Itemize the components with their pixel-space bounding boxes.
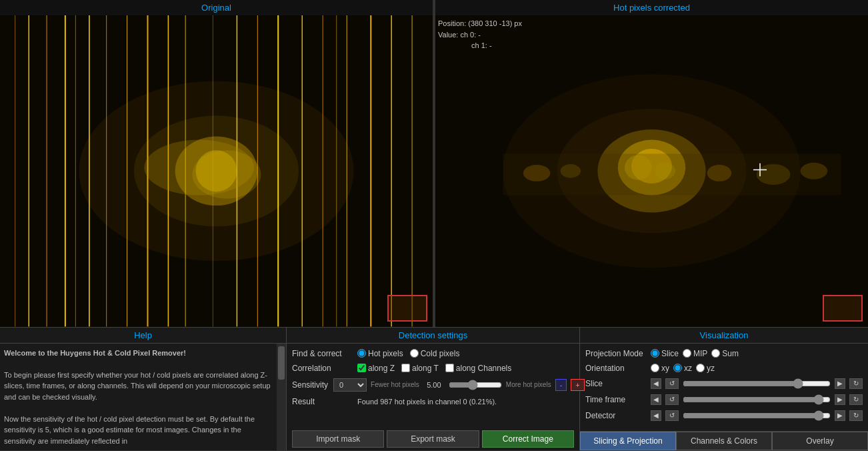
time-frame-controls: ◀ ↺ ▶ ↻ xyxy=(651,394,863,405)
sensitivity-controls: 0 Fewer hot pixels 5.00 More hot pixels … xyxy=(333,378,585,392)
along-t-checkbox[interactable] xyxy=(401,364,410,372)
help-scrollbar[interactable] xyxy=(277,344,286,451)
corrected-title: Hot pixels corrected xyxy=(435,0,868,15)
time-frame-row: Time frame ◀ ↺ ▶ ↻ xyxy=(585,394,863,405)
along-channels-option[interactable]: along Channels xyxy=(445,364,511,373)
yz-label: yz xyxy=(707,364,715,373)
detector-controls: ◀ ↺ ▶ ↻ xyxy=(651,410,863,421)
fewer-hot-label: Fewer hot pixels xyxy=(371,381,419,388)
result-text: Found 987 hot pixels in channel 0 (0.21%… xyxy=(357,398,497,406)
sum-option[interactable]: Sum xyxy=(711,349,739,358)
find-correct-options: Hot pixels Cold pixels xyxy=(357,349,459,358)
time-left-arrow[interactable]: ◀ xyxy=(651,394,661,405)
detection-title: Detection settings xyxy=(287,328,579,344)
visualization-panel: Visualization Projection Mode Slice MIP xyxy=(580,328,868,451)
svg-point-42 xyxy=(801,163,828,179)
bottom-section: Help Welcome to the Huygens Hot & Cold P… xyxy=(0,327,868,451)
viz-content: Projection Mode Slice MIP Sum xyxy=(580,344,868,426)
xz-radio[interactable] xyxy=(673,364,682,372)
crosshair xyxy=(753,163,767,179)
original-title: Original xyxy=(0,0,433,15)
sensitivity-row: Sensitivity 0 Fewer hot pixels 5.00 More… xyxy=(292,378,574,392)
cold-pixels-radio[interactable] xyxy=(410,349,419,358)
sensitivity-slider[interactable] xyxy=(449,380,502,390)
svg-point-38 xyxy=(523,165,551,181)
slice-row: Slice ◀ ↺ ▶ ↻ xyxy=(585,378,863,389)
tab-overlay[interactable]: Overlay xyxy=(772,432,868,450)
xy-option[interactable]: xy xyxy=(651,364,669,373)
along-z-option[interactable]: along Z xyxy=(357,364,395,373)
detector-row: Detector ◀ ↺ ▶ ↻ xyxy=(585,410,863,421)
time-right-arrow[interactable]: ▶ xyxy=(835,394,845,405)
correct-image-button[interactable]: Correct Image xyxy=(482,430,574,448)
slice-label2: Slice xyxy=(585,379,645,388)
orientation-row: Orientation xy xz yz xyxy=(585,364,863,373)
help-panel: Help Welcome to the Huygens Hot & Cold P… xyxy=(0,328,287,451)
detector-cycle-right[interactable]: ↻ xyxy=(849,410,863,421)
yz-option[interactable]: yz xyxy=(696,364,715,373)
sensitivity-label: Sensitivity xyxy=(292,380,328,390)
correlation-options: along Z along T along Channels xyxy=(357,364,511,373)
corrected-panel: Hot pixels corrected Position: (380 310 … xyxy=(435,0,868,327)
action-buttons: Import mask Export mask Correct Image xyxy=(287,428,579,450)
detector-left-arrow[interactable]: ◀ xyxy=(651,410,661,421)
along-channels-checkbox[interactable] xyxy=(445,364,454,372)
svg-point-28 xyxy=(192,150,261,199)
time-cycle-right[interactable]: ↻ xyxy=(849,394,863,405)
slice-cycle-right[interactable]: ↻ xyxy=(849,378,863,389)
slice-radio[interactable] xyxy=(651,349,659,358)
mip-radio[interactable] xyxy=(683,349,691,358)
along-t-label: along T xyxy=(412,364,439,373)
projection-mode-controls: Slice MIP Sum xyxy=(651,349,863,358)
tab-channels-colors[interactable]: Channels & Colors xyxy=(676,432,772,450)
cold-pixels-option[interactable]: Cold pixels xyxy=(410,349,460,358)
yz-radio[interactable] xyxy=(696,364,705,372)
xz-label: xz xyxy=(684,364,692,373)
slice-slider[interactable] xyxy=(683,378,831,389)
original-panel: Original xyxy=(0,0,433,327)
along-z-checkbox[interactable] xyxy=(357,364,366,372)
correlation-row: Correlation along Z along T along Cha xyxy=(292,364,574,373)
help-p2: To begin please first specify whether yo… xyxy=(4,370,273,403)
corrected-thumbnail xyxy=(823,295,863,322)
detector-cycle-left[interactable]: ↺ xyxy=(665,410,679,421)
slice-left-arrow[interactable]: ◀ xyxy=(651,378,661,389)
viz-title: Visualization xyxy=(580,328,868,344)
tab-slicing-projection[interactable]: Slicing & Projection xyxy=(580,432,676,450)
find-correct-label: Find & correct xyxy=(292,349,352,358)
orientation-controls: xy xz yz xyxy=(651,364,863,373)
value-label: Value: ch 0: - xyxy=(438,29,522,41)
orientation-label: Orientation xyxy=(585,364,645,373)
svg-point-40 xyxy=(707,165,732,181)
sum-radio[interactable] xyxy=(711,349,720,358)
decrement-button[interactable]: - xyxy=(555,379,567,391)
help-content: Welcome to the Huygens Hot & Cold Pixel … xyxy=(0,344,277,451)
import-mask-button[interactable]: Import mask xyxy=(292,430,384,448)
hot-pixels-radio[interactable] xyxy=(357,349,366,358)
along-t-option[interactable]: along T xyxy=(401,364,439,373)
xz-option[interactable]: xz xyxy=(673,364,692,373)
time-cycle-left[interactable]: ↺ xyxy=(665,394,679,405)
xy-radio[interactable] xyxy=(651,364,659,372)
detector-right-arrow[interactable]: ▶ xyxy=(835,410,845,421)
crosshair-svg xyxy=(753,163,767,177)
result-row: Result Found 987 hot pixels in channel 0… xyxy=(292,397,574,406)
info-overlay: Position: (380 310 -13) px Value: ch 0: … xyxy=(438,18,522,51)
export-mask-button[interactable]: Export mask xyxy=(387,430,479,448)
find-correct-row: Find & correct Hot pixels Cold pixels xyxy=(292,349,574,358)
corrected-canvas: Position: (380 310 -13) px Value: ch 0: … xyxy=(435,15,868,327)
detection-content: Find & correct Hot pixels Cold pixels xyxy=(287,344,579,412)
mip-label: MIP xyxy=(693,349,707,358)
value-text: Value: xyxy=(438,31,458,39)
slice-option[interactable]: Slice xyxy=(651,349,679,358)
help-p1: Welcome to the Huygens Hot & Cold Pixel … xyxy=(4,349,186,357)
mip-option[interactable]: MIP xyxy=(683,349,707,358)
hot-pixels-option[interactable]: Hot pixels xyxy=(357,349,403,358)
original-canvas xyxy=(0,15,433,327)
slice-cycle-left[interactable]: ↺ xyxy=(665,378,679,389)
along-channels-label: along Channels xyxy=(456,364,511,373)
slice-right-arrow[interactable]: ▶ xyxy=(835,378,845,389)
channel-select[interactable]: 0 xyxy=(333,378,367,392)
time-slider[interactable] xyxy=(683,394,831,405)
detector-slider[interactable] xyxy=(683,410,831,421)
